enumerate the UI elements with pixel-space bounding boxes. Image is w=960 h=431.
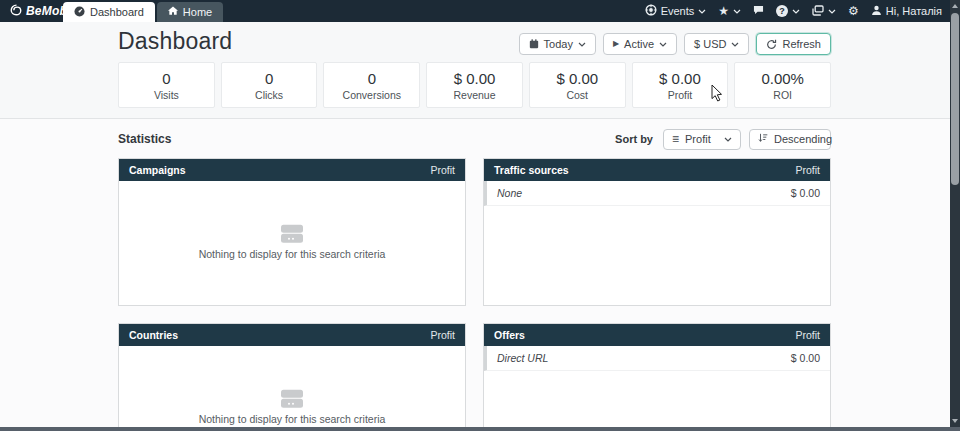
chevron-down-icon — [792, 9, 800, 14]
row-name: None — [497, 187, 522, 199]
gear-icon: ⚙ — [848, 5, 859, 17]
feedback-button[interactable] — [753, 5, 764, 17]
page-title: Dashboard — [118, 28, 232, 55]
brand-name: BeMob — [26, 4, 67, 18]
help-menu[interactable]: ? — [776, 5, 800, 17]
panel-row[interactable]: Direct URL $ 0.00 — [484, 346, 830, 371]
user-menu[interactable]: Hi, Наталія — [871, 5, 942, 18]
sort-controls: Sort by ≡ Profit Descending — [615, 129, 831, 150]
status-filter-label: Active — [624, 38, 654, 50]
empty-state: Nothing to display for this search crite… — [119, 389, 465, 425]
stat-label: Profit — [668, 89, 693, 101]
sort-field-select[interactable]: ≡ Profit — [663, 129, 741, 150]
row-name: Direct URL — [497, 352, 548, 364]
stat-value: 0 — [368, 70, 376, 87]
empty-state-text: Nothing to display for this search crite… — [119, 413, 465, 425]
panel-countries-body: Nothing to display for this search crite… — [119, 346, 465, 431]
settings-button[interactable]: ⚙ — [848, 5, 859, 17]
panel-traffic-sources-header: Traffic sources Profit — [484, 159, 830, 181]
topbar-right-cluster: Events ★ ? ⚙ — [645, 0, 942, 22]
refresh-button[interactable]: Refresh — [756, 33, 831, 55]
user-icon — [871, 5, 882, 18]
bemob-swirl-icon — [10, 2, 23, 20]
panel-offers-body: Direct URL $ 0.00 — [484, 346, 830, 431]
stat-value: 0.00% — [761, 70, 804, 87]
statistics-panels-grid: Campaigns Profit Nothing to display for … — [118, 158, 831, 431]
statistics-title: Statistics — [118, 132, 171, 146]
help-icon: ? — [776, 5, 788, 17]
tab-home-label: Home — [183, 6, 212, 18]
header-toolbar: Today ▶ Active $ USD Refresh — [519, 33, 831, 55]
tab-dashboard-label: Dashboard — [90, 6, 144, 18]
panel-title: Countries — [129, 329, 178, 341]
stat-value: 0 — [265, 70, 273, 87]
sort-by-label: Sort by — [615, 133, 653, 145]
sort-order-select[interactable]: Descending — [749, 129, 831, 150]
stat-value: $ 0.00 — [454, 70, 496, 87]
windows-menu[interactable] — [812, 5, 836, 18]
empty-state: Nothing to display for this search crite… — [119, 224, 465, 260]
sort-field-value: Profit — [685, 133, 711, 145]
vertical-scrollbar[interactable] — [950, 0, 960, 431]
bemob-logo[interactable]: BeMob — [10, 0, 67, 22]
stat-card-profit: $ 0.00 Profit — [632, 62, 729, 108]
refresh-label: Refresh — [782, 38, 821, 50]
page-header: Dashboard Today ▶ Active $ USD Refresh — [0, 22, 960, 119]
stat-card-visits: 0 Visits — [118, 62, 215, 108]
stat-label: ROI — [773, 89, 792, 101]
stat-card-cost: $ 0.00 Cost — [529, 62, 626, 108]
empty-data-icon — [281, 224, 303, 243]
panel-countries-header: Countries Profit — [119, 324, 465, 346]
events-menu[interactable]: Events — [645, 4, 707, 18]
stat-value: $ 0.00 — [556, 70, 598, 87]
favorites-menu[interactable]: ★ — [718, 5, 741, 17]
scroll-up-icon — [952, 4, 958, 8]
stat-card-conversions: 0 Conversions — [323, 62, 420, 108]
scroll-up-button[interactable] — [950, 0, 960, 12]
panel-campaigns: Campaigns Profit Nothing to display for … — [118, 158, 466, 306]
panel-traffic-sources-body: None $ 0.00 — [484, 181, 830, 306]
panel-traffic-sources: Traffic sources Profit None $ 0.00 — [483, 158, 831, 306]
star-icon: ★ — [718, 5, 729, 17]
panel-row[interactable]: None $ 0.00 — [484, 181, 830, 206]
bottom-window-edge — [0, 427, 960, 431]
chevron-down-icon — [578, 42, 586, 47]
scrollbar-thumb[interactable] — [951, 13, 959, 185]
stat-label: Cost — [566, 89, 588, 101]
menu-icon: ≡ — [672, 133, 679, 145]
sort-order-value: Descending — [774, 133, 832, 145]
refresh-icon — [766, 39, 777, 50]
top-navbar: BeMob Dashboard Home Events — [0, 0, 960, 22]
home-icon — [168, 6, 178, 18]
events-label: Events — [661, 5, 695, 17]
statistics-header: Statistics Sort by ≡ Profit Descending — [118, 128, 831, 150]
currency-button[interactable]: $ USD — [684, 33, 749, 55]
panel-metric-label: Profit — [430, 164, 455, 176]
status-filter-button[interactable]: ▶ Active — [603, 33, 677, 55]
stat-label: Revenue — [454, 89, 496, 101]
tab-home[interactable]: Home — [157, 2, 223, 22]
panel-campaigns-body: Nothing to display for this search crite… — [119, 181, 465, 306]
chevron-down-icon — [731, 42, 739, 47]
chat-icon — [753, 5, 764, 17]
panel-title: Traffic sources — [494, 164, 569, 176]
chevron-down-icon — [828, 9, 836, 14]
topbar-tabs: Dashboard Home — [63, 2, 223, 22]
tab-dashboard[interactable]: Dashboard — [63, 2, 155, 22]
scroll-down-button[interactable] — [950, 415, 960, 427]
currency-label: $ USD — [694, 38, 726, 50]
panel-offers: Offers Profit Direct URL $ 0.00 — [483, 323, 831, 431]
user-greeting: Hi, Наталія — [886, 5, 942, 17]
panel-offers-header: Offers Profit — [484, 324, 830, 346]
date-range-button[interactable]: Today — [519, 33, 596, 55]
app-window: BeMob Dashboard Home Events — [0, 0, 960, 431]
scroll-down-icon — [952, 419, 958, 423]
stat-card-clicks: 0 Clicks — [221, 62, 318, 108]
panel-campaigns-header: Campaigns Profit — [119, 159, 465, 181]
chevron-down-icon — [733, 9, 741, 14]
chevron-down-icon — [724, 137, 732, 142]
stat-value: $ 0.00 — [659, 70, 701, 87]
panel-title: Offers — [494, 329, 525, 341]
chevron-down-icon — [659, 42, 667, 47]
empty-state-text: Nothing to display for this search crite… — [119, 248, 465, 260]
